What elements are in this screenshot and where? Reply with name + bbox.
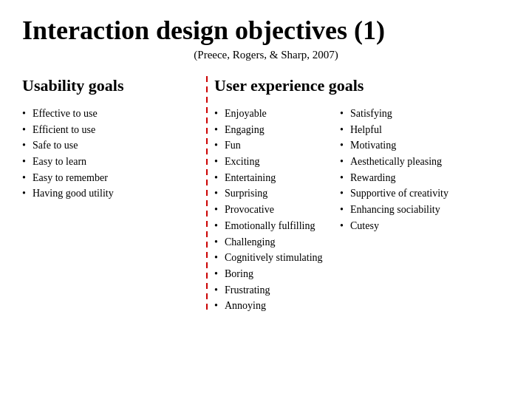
ux-list-col2: Satisfying Helpful Motivating Aesthetica… [340,106,510,234]
list-item: Satisfying [340,106,510,122]
list-item: Enjoyable [214,106,332,122]
list-item: Helpful [340,122,510,138]
usability-section: Usability goals Effective to use Efficie… [22,76,200,202]
usability-list: Effective to use Efficient to use Safe t… [22,106,200,202]
ux-col1: Enjoyable Engaging Fun Exciting Entertai… [214,106,332,314]
divider-line [206,76,208,313]
ux-section: User experience goals Enjoyable Engaging… [214,76,510,314]
list-item: Motivating [340,137,510,154]
page-title: Interaction design objectives (1) [22,15,510,46]
list-item: Having good utility [22,185,200,202]
subtitle: (Preece, Rogers, & Sharp, 2007) [22,49,510,61]
list-item: Engaging [214,122,332,138]
list-item: Emotionally fulfilling [214,218,332,234]
list-item: Cognitively stimulating [214,250,332,266]
list-item: Surprising [214,185,332,202]
list-item: Efficient to use [22,122,200,138]
list-item: Effective to use [22,106,200,122]
usability-heading: Usability goals [22,76,200,95]
divider [200,76,214,313]
list-item: Fun [214,137,332,154]
list-item: Aesthetically pleasing [340,154,510,170]
list-item: Boring [214,266,332,282]
list-item: Exciting [214,154,332,170]
list-item: Enhancing sociability [340,202,510,218]
list-item: Challenging [214,234,332,250]
list-item: Rewarding [340,170,510,186]
list-item: Easy to learn [22,154,200,170]
main-columns: Usability goals Effective to use Efficie… [22,76,510,314]
ux-col2: Satisfying Helpful Motivating Aesthetica… [340,106,510,314]
ux-heading: User experience goals [214,76,510,95]
ux-list-col1: Enjoyable Engaging Fun Exciting Entertai… [214,106,332,314]
list-item: Frustrating [214,282,332,299]
list-item: Cutesy [340,218,510,234]
list-item: Safe to use [22,137,200,154]
list-item: Entertaining [214,170,332,186]
list-item: Easy to remember [22,170,200,186]
list-item: Provocative [214,202,332,218]
list-item: Annoying [214,298,332,314]
list-item: Supportive of creativity [340,185,510,202]
